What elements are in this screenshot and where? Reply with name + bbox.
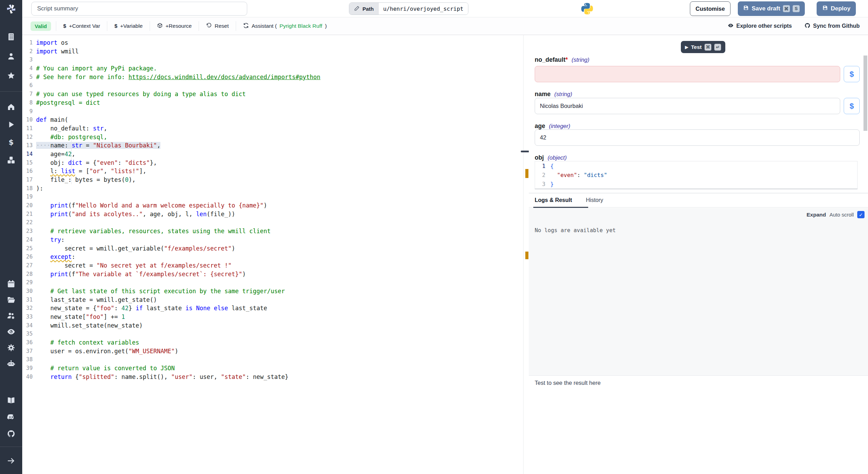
sidebar-item-github[interactable] [7,430,15,438]
line-number: 9 [22,107,35,116]
tab-logs-result[interactable]: Logs & Result [535,197,572,203]
assistant-button[interactable]: Assistant (Pyright Black Ruff) [236,23,334,30]
code-line: 29 [22,278,523,287]
assistant-refresh-icon [243,23,249,30]
code-line: 35 [22,330,523,338]
tab-history[interactable]: History [586,197,603,203]
validity-badge: Valid [31,22,51,31]
code-lines: 1import os2import wmill34# You can impor… [22,39,523,381]
code-line: 30 # Get last state of this script execu… [22,287,523,296]
insert-variable-button[interactable]: $ [844,66,860,82]
sidebar-item-robot[interactable] [7,359,15,368]
line-number: 14 [22,150,35,159]
field-label-no-default: no_default* (string) [535,56,590,64]
expand-button[interactable]: Expand [807,212,826,218]
play-icon: ▶ [685,45,688,50]
code-line: 31 last_state = wmill.get_state() [22,296,523,304]
sync-from-github-button[interactable]: Sync from Github [804,23,860,30]
sidebar-item-building[interactable] [7,33,15,41]
sidebar-item-user-group[interactable] [7,312,15,320]
floppy-icon [743,5,749,12]
test-button[interactable]: ▶ Test ⌘ ↵ [681,41,725,53]
sidebar-item-cubes[interactable] [7,156,15,164]
sidebar-item-discord[interactable] [7,413,15,421]
field-label-name: name (string) [535,91,572,98]
field-type: (string) [554,91,572,97]
name-input[interactable] [535,98,840,114]
line-number: 15 [22,159,35,167]
line-number: 30 [22,287,35,296]
warning-marker [525,252,528,259]
code-line: 11 no_default: str, [22,124,523,133]
code-line: 4# You can import any PyPi package. [22,64,523,73]
line-number: 22 [22,218,35,227]
sidebar-divider [0,91,22,92]
sidebar-item-eye[interactable] [7,328,15,336]
github-icon [804,23,810,30]
code-line: 25 secret = wmill.get_variable("f/exampl… [22,244,523,253]
line-number: 11 [22,124,35,133]
sidebar-item-calendar[interactable] [7,280,15,288]
add-context-var-button[interactable]: $ +Context Var [56,23,107,29]
code-line: 7# you can use typed resources by doing … [22,90,523,99]
sidebar-item-home[interactable] [7,103,15,111]
field-type: (integer) [549,123,570,129]
reset-button[interactable]: Reset [199,23,236,30]
topbar: Path u/henri/overjoyed_script Customise … [22,0,868,17]
code-line: 3} [535,180,857,189]
windmill-logo[interactable] [5,3,17,15]
field-type: (object) [548,154,567,161]
sidebar-item-user[interactable] [7,52,15,60]
sidebar-item-folder[interactable] [7,296,15,304]
deploy-button[interactable]: Deploy [817,1,856,16]
code-editor[interactable]: 1import os2import wmill34# You can impor… [22,35,524,474]
age-input[interactable] [535,129,860,146]
no-default-input[interactable] [535,66,840,82]
sidebar-item-arrow-right[interactable] [7,457,15,465]
sidebar-item-play[interactable] [7,120,15,129]
customise-button[interactable]: Customise [690,1,731,16]
script-summary-input[interactable] [31,2,247,16]
result-panel: Test to see the result here [529,376,868,474]
sidebar-item-book[interactable] [7,396,15,405]
panel-scrollbar-thumb[interactable] [863,56,867,131]
line-number: 33 [22,313,35,321]
save-draft-button[interactable]: Save draft ⌘ S [738,1,805,16]
code-line: 27 secret = "No secret yet at f/examples… [22,261,523,270]
sidebar-item-dollar[interactable]: $ [7,138,15,146]
line-number: 1 [535,162,549,171]
bottom-tabs: Logs & Result History [529,193,868,208]
code-line: 20 print(f"Hello World and a warm welcom… [22,201,523,210]
code-line: 33 new_state["foo"] += 1 [22,313,523,321]
required-star: * [565,56,568,63]
pencil-icon [354,6,360,12]
path-editor[interactable]: Path u/henri/overjoyed_script [349,2,468,15]
code-line: 36 # fetch context variables [22,338,523,347]
insert-variable-button[interactable]: $ [844,98,860,114]
cmd-key-badge: ⌘ [704,44,712,51]
windmill-script-editor: $ Path u/henri/overjoyed_script Customis… [0,0,868,474]
explore-other-scripts-button[interactable]: Explore other scripts [728,23,792,30]
line-number: 8 [22,99,35,107]
obj-json-editor[interactable]: 1{2 "even": "dicts"3} [535,161,858,189]
code-line: 40 return {"splitted": name.split(), "us… [22,373,523,381]
enter-key-badge: ↵ [714,44,721,51]
line-number: 25 [22,244,35,253]
code-line: 34 wmill.set_state(new_state) [22,321,523,330]
python-logo [581,3,593,15]
autoscroll-checkbox[interactable]: ✓ [857,211,865,218]
line-number: 36 [22,338,35,347]
sidebar-item-gear[interactable] [7,344,15,352]
path-value: u/henri/overjoyed_script [379,3,468,15]
code-line: 1{ [535,162,857,171]
code-line: 23 # retrieve variables, resources, stat… [22,227,523,236]
code-line: 9 [22,107,523,116]
add-variable-button[interactable]: $ +Variable [107,23,149,29]
add-resource-button[interactable]: +Resource [150,23,199,30]
code-line: 21 print("and its acolytes..", age, obj,… [22,210,523,219]
sidebar-item-star[interactable] [7,71,15,80]
line-number: 40 [22,373,35,381]
run-preview-panel: ▶ Test ⌘ ↵ no_default* (string) $ name (… [529,35,868,474]
line-number: 2 [535,171,549,180]
line-number: 2 [22,47,35,56]
